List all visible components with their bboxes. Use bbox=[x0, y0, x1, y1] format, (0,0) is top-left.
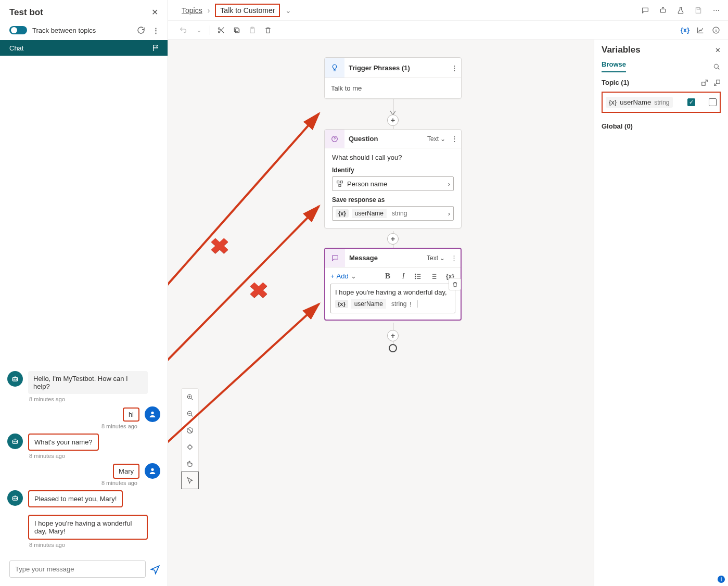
save-variable-field[interactable]: {x} userName string › bbox=[332, 206, 454, 221]
svg-rect-22 bbox=[340, 181, 342, 183]
message-node[interactable]: Message Text ⌄ ⋮ + Add ⌄ B I {x} bbox=[324, 248, 462, 321]
trigger-node[interactable]: Trigger Phrases (1) ⋮ Talk to me bbox=[324, 57, 462, 99]
close-icon[interactable]: ✕ bbox=[715, 46, 721, 54]
more-icon[interactable]: ⋮ bbox=[151, 26, 160, 35]
question-type-selector[interactable]: Text ⌄ bbox=[427, 135, 445, 143]
track-label: Track between topics bbox=[32, 27, 96, 34]
delete-icon[interactable] bbox=[263, 26, 273, 35]
track-toggle[interactable] bbox=[9, 26, 27, 34]
bot-message: Pleased to meet you, Mary! bbox=[28, 490, 123, 507]
info-dot-icon[interactable]: i bbox=[718, 576, 725, 583]
recenter-icon[interactable] bbox=[182, 439, 198, 455]
receive-checkbox[interactable]: ✓ bbox=[687, 98, 695, 106]
message-type-selector[interactable]: Text ⌄ bbox=[427, 254, 445, 262]
variable-row[interactable]: {x} userName string ✓ bbox=[606, 97, 717, 108]
end-node-icon bbox=[389, 344, 397, 352]
more-icon[interactable]: ⋮ bbox=[448, 64, 461, 72]
cut-icon[interactable] bbox=[216, 26, 226, 35]
timestamp: 8 minutes ago bbox=[29, 396, 160, 402]
save-label: Save response as bbox=[332, 196, 454, 203]
beaker-icon[interactable] bbox=[676, 6, 685, 15]
breadcrumb-root-link[interactable]: Topics bbox=[182, 6, 202, 15]
copy-icon[interactable] bbox=[232, 26, 241, 35]
test-bot-panel: Test bot ✕ Track between topics ⋮ Chat bbox=[0, 0, 168, 586]
svg-point-3 bbox=[151, 412, 154, 414]
chevron-down-icon[interactable]: ⌄ bbox=[194, 26, 203, 35]
svg-point-2 bbox=[16, 379, 16, 379]
svg-point-24 bbox=[415, 274, 416, 274]
svg-line-34 bbox=[168, 206, 319, 397]
svg-line-33 bbox=[168, 113, 319, 331]
svg-point-5 bbox=[14, 441, 14, 442]
pan-icon[interactable] bbox=[182, 455, 198, 472]
message-title: Message bbox=[345, 254, 427, 262]
bot-icon[interactable] bbox=[658, 6, 668, 15]
bot-avatar bbox=[7, 371, 23, 387]
svg-rect-15 bbox=[235, 29, 239, 32]
trigger-phrase: Talk to me bbox=[325, 78, 461, 98]
test-bot-title: Test bot bbox=[9, 7, 43, 18]
paste-icon[interactable] bbox=[248, 26, 257, 35]
add-node-button[interactable]: + bbox=[387, 114, 399, 126]
zoom-in-icon[interactable] bbox=[182, 389, 198, 405]
message-editor[interactable]: I hope you're having a wonderful day, {x… bbox=[330, 284, 455, 313]
refresh-icon[interactable] bbox=[136, 26, 146, 35]
receive-header-icon bbox=[701, 79, 708, 86]
question-icon bbox=[325, 130, 344, 148]
number-list-icon[interactable] bbox=[429, 272, 440, 281]
undo-icon[interactable] bbox=[178, 26, 188, 35]
send-icon[interactable] bbox=[150, 564, 160, 575]
info-icon[interactable] bbox=[711, 26, 721, 35]
chat-input[interactable] bbox=[9, 560, 146, 578]
fit-icon[interactable] bbox=[182, 422, 198, 439]
more-icon[interactable]: ⋯ bbox=[711, 6, 721, 15]
italic-icon[interactable]: I bbox=[398, 272, 408, 281]
svg-point-10 bbox=[16, 498, 16, 499]
zoom-out-icon[interactable] bbox=[182, 405, 198, 422]
variable-token-icon: {x} bbox=[335, 300, 348, 308]
bot-avatar bbox=[7, 434, 23, 449]
return-header-icon bbox=[713, 79, 721, 86]
svg-point-26 bbox=[415, 278, 416, 278]
chevron-down-icon[interactable]: ⌄ bbox=[285, 6, 291, 15]
add-node-button[interactable]: + bbox=[387, 330, 399, 341]
more-icon[interactable]: ⋮ bbox=[448, 135, 461, 143]
message-icon bbox=[325, 249, 345, 267]
analytics-icon[interactable] bbox=[696, 26, 705, 35]
question-title: Question bbox=[344, 135, 427, 143]
save-icon[interactable] bbox=[694, 6, 703, 15]
user-avatar bbox=[145, 463, 160, 479]
add-node-button[interactable]: + bbox=[387, 233, 399, 245]
authoring-canvas: Topics › Talk to Customer ⌄ ⋯ ⌄ bbox=[168, 0, 728, 586]
identify-field[interactable]: Person name › bbox=[332, 176, 454, 191]
bold-icon[interactable]: B bbox=[382, 272, 393, 281]
more-icon[interactable]: ⋮ bbox=[447, 254, 461, 262]
flag-icon[interactable] bbox=[152, 44, 160, 52]
chevron-right-icon: › bbox=[448, 210, 450, 218]
global-section-label: Global (0) bbox=[602, 122, 721, 130]
search-icon[interactable] bbox=[712, 62, 721, 71]
zoom-toolbar bbox=[181, 388, 199, 489]
comment-icon[interactable] bbox=[641, 6, 650, 15]
chat-tab-label: Chat bbox=[9, 44, 23, 52]
svg-point-6 bbox=[16, 441, 16, 442]
return-checkbox[interactable] bbox=[709, 98, 717, 106]
bullet-list-icon[interactable] bbox=[414, 272, 424, 281]
question-node[interactable]: Question Text ⌄ ⋮ What should I call you… bbox=[324, 129, 462, 228]
svg-rect-16 bbox=[234, 28, 238, 31]
select-icon[interactable] bbox=[182, 472, 198, 489]
user-message: hi bbox=[123, 407, 139, 422]
tab-browse[interactable]: Browse bbox=[602, 60, 626, 72]
breadcrumb-current: Talk to Customer bbox=[215, 4, 280, 17]
delete-message-button[interactable] bbox=[449, 278, 461, 290]
svg-point-7 bbox=[151, 468, 154, 471]
variables-toolbar-icon[interactable]: {x} bbox=[681, 26, 689, 34]
timestamp: 8 minutes ago bbox=[29, 453, 160, 459]
annotation-x-icon: ✖ bbox=[249, 278, 269, 303]
svg-point-9 bbox=[14, 498, 14, 499]
test-bot-close-button[interactable]: ✕ bbox=[149, 5, 160, 19]
bot-avatar bbox=[7, 490, 23, 506]
chevron-right-icon: › bbox=[448, 180, 450, 188]
add-button[interactable]: + Add ⌄ bbox=[330, 272, 356, 280]
timestamp: 8 minutes ago bbox=[7, 480, 137, 486]
